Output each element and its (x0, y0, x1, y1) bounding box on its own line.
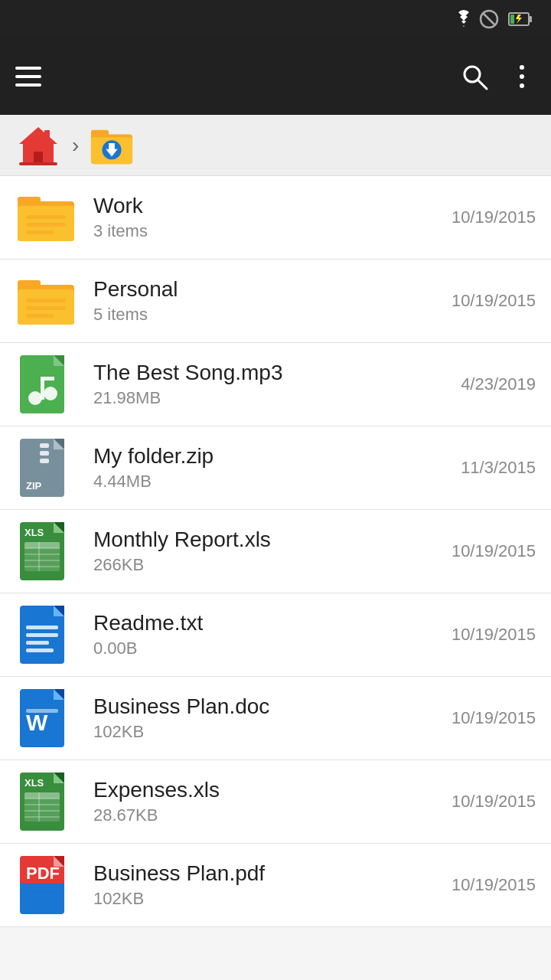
file-name: Work (93, 194, 444, 218)
no-symbol-icon (479, 9, 499, 29)
svg-text:PDF: PDF (26, 864, 60, 883)
file-date: 10/19/2015 (452, 708, 536, 728)
svg-text:XLS: XLS (24, 777, 44, 789)
svg-line-6 (478, 80, 487, 89)
svg-rect-59 (26, 626, 58, 629)
file-list: Work 3 items 10/19/2015 Personal 5 items… (0, 176, 551, 927)
list-item[interactable]: PDF Business Plan.pdf 102KB 10/19/2015 (0, 844, 551, 927)
svg-rect-41 (40, 443, 49, 448)
file-meta: 3 items (93, 221, 444, 241)
svg-rect-12 (44, 130, 50, 141)
list-item[interactable]: Work 3 items 10/19/2015 (0, 176, 551, 260)
svg-text:ZIP: ZIP (26, 480, 42, 492)
file-info: Expenses.xls 28.67KB (93, 778, 444, 825)
svg-rect-11 (34, 152, 43, 162)
list-item[interactable]: Personal 5 items 10/19/2015 (0, 260, 551, 343)
menu-button[interactable] (15, 67, 41, 87)
file-info: Readme.txt 0.00B (93, 611, 444, 658)
file-name: Personal (93, 277, 444, 302)
file-meta: 102KB (93, 889, 444, 909)
file-name: Monthly Report.xls (93, 528, 444, 552)
svg-rect-49 (24, 542, 60, 548)
file-info: My folder.zip 4.44MB (93, 444, 453, 492)
search-icon[interactable] (459, 61, 490, 92)
file-icon-pdf: PDF (15, 854, 77, 916)
file-date: 10/19/2015 (452, 291, 536, 311)
svg-rect-29 (26, 306, 66, 310)
file-icon-doc: W (15, 688, 77, 749)
file-info: Work 3 items (93, 194, 444, 241)
svg-rect-61 (26, 641, 49, 645)
file-meta: 21.98MB (93, 388, 453, 408)
svg-rect-23 (26, 223, 66, 227)
svg-rect-62 (26, 648, 54, 652)
file-info: The Best Song.mp3 21.98MB (93, 361, 453, 408)
svg-rect-22 (26, 215, 66, 219)
svg-text:W: W (26, 710, 48, 735)
file-name: Business Plan.pdf (93, 861, 444, 886)
file-date: 10/19/2015 (452, 792, 536, 812)
svg-rect-72 (24, 792, 60, 799)
file-name: Expenses.xls (93, 778, 444, 802)
file-name: Business Plan.doc (93, 694, 444, 719)
file-meta: 102KB (93, 722, 444, 742)
file-meta: 5 items (93, 305, 444, 325)
svg-rect-43 (40, 459, 49, 463)
svg-point-35 (44, 387, 57, 400)
file-meta: 4.44MB (93, 472, 453, 492)
file-date: 10/19/2015 (452, 207, 536, 227)
app-bar (0, 38, 551, 115)
file-icon-xls: XLS (15, 521, 77, 582)
file-info: Monthly Report.xls 266KB (93, 528, 444, 575)
list-item[interactable]: W Business Plan.doc 102KB 10/19/2015 (0, 677, 551, 760)
battery-icon (508, 11, 533, 28)
file-icon-mp3 (15, 354, 77, 415)
list-item[interactable]: XLS Expenses.xls 28.67KB 10/19/2015 (0, 760, 551, 844)
wifi-icon (453, 10, 474, 28)
file-name: The Best Song.mp3 (93, 361, 453, 385)
svg-rect-87 (26, 897, 49, 901)
file-date: 10/19/2015 (452, 875, 536, 895)
svg-rect-24 (26, 230, 54, 234)
file-date: 10/19/2015 (452, 541, 536, 561)
breadcrumb: › (0, 115, 551, 176)
file-info: Personal 5 items (93, 277, 444, 325)
svg-rect-26 (18, 280, 41, 291)
svg-rect-30 (26, 314, 54, 318)
svg-point-9 (520, 83, 524, 88)
svg-line-1 (483, 13, 495, 25)
svg-rect-86 (26, 890, 58, 893)
file-date: 4/23/2019 (461, 374, 536, 394)
status-bar (0, 0, 551, 38)
svg-rect-60 (26, 633, 58, 637)
svg-point-8 (520, 74, 524, 79)
more-options-icon[interactable] (508, 61, 536, 92)
file-date: 11/3/2015 (461, 458, 536, 478)
svg-text:XLS: XLS (24, 527, 44, 538)
svg-rect-20 (18, 197, 41, 207)
svg-rect-3 (529, 16, 532, 22)
list-item[interactable]: ZIP My folder.zip 4.44MB 11/3/2015 (0, 426, 551, 510)
svg-rect-37 (41, 377, 54, 381)
downloads-folder-icon[interactable] (90, 123, 134, 168)
list-item[interactable]: The Best Song.mp3 21.98MB 4/23/2019 (0, 343, 551, 426)
file-name: Readme.txt (93, 611, 444, 635)
file-date: 10/19/2015 (452, 625, 536, 645)
svg-point-7 (520, 65, 524, 70)
file-info: Business Plan.pdf 102KB (93, 861, 444, 909)
file-icon-folder (15, 187, 77, 248)
svg-rect-42 (40, 451, 49, 456)
list-item[interactable]: XLS Monthly Report.xls 266KB 10/19/2015 (0, 510, 551, 593)
file-icon-zip: ZIP (15, 437, 77, 498)
svg-rect-67 (26, 709, 58, 713)
home-icon[interactable] (15, 122, 61, 168)
file-icon-xls: XLS (15, 771, 77, 832)
list-item[interactable]: Readme.txt 0.00B 10/19/2015 (0, 593, 551, 677)
status-icons (453, 9, 537, 29)
file-meta: 28.67KB (93, 805, 444, 825)
svg-rect-13 (19, 162, 57, 165)
file-icon-folder (15, 270, 77, 332)
svg-point-34 (28, 391, 42, 405)
breadcrumb-chevron: › (72, 133, 79, 158)
file-info: Business Plan.doc 102KB (93, 694, 444, 742)
